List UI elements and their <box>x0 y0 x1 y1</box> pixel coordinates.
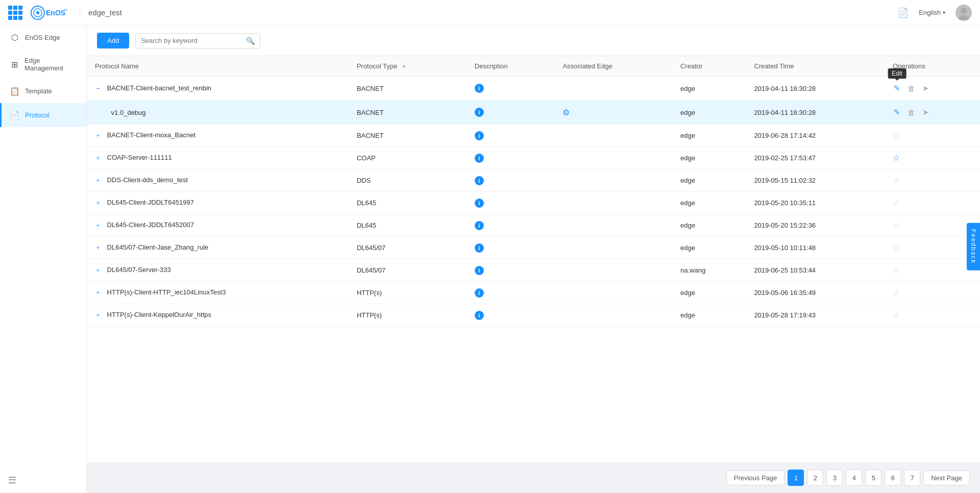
table-row: ＋ HTTP(s)-Client-KeppelOurAir_https HTTP… <box>87 304 980 327</box>
created-time-cell: 2019-05-15 11:02:32 <box>746 169 885 192</box>
expand-icon[interactable]: ＋ <box>95 288 102 297</box>
sidebar-collapse-button[interactable]: ☰ <box>0 467 86 493</box>
previous-page-button[interactable]: Previous Page <box>726 471 785 485</box>
star-icon[interactable]: ☆ <box>893 265 900 275</box>
description-cell: i <box>467 237 555 259</box>
page-4-button[interactable]: 4 <box>846 470 862 486</box>
info-icon[interactable]: i <box>475 176 484 185</box>
edit-button[interactable]: ✎ <box>893 107 901 118</box>
expand-icon[interactable]: ＋ <box>95 131 102 140</box>
info-icon[interactable]: i <box>475 84 484 93</box>
protocol-name-cell: ＋ HTTP(s)-Client-KeppelOurAir_https <box>87 304 349 327</box>
doc-icon[interactable]: 📄 <box>897 7 909 18</box>
associated-edge-icon[interactable]: ⚙ <box>562 108 570 117</box>
pagination: Previous Page 1 2 3 4 5 6 7 Next Page <box>87 462 980 493</box>
expand-icon[interactable]: ＋ <box>95 154 102 162</box>
star-icon[interactable]: ☆ <box>893 153 900 163</box>
sidebar-item-protocol[interactable]: 📄 Protocol <box>0 103 86 127</box>
logo[interactable]: EnOS ™ <box>8 6 71 20</box>
expand-icon[interactable]: ＋ <box>95 221 102 230</box>
operations-cell: Edit ✎ 🗑 ➤ <box>885 77 980 101</box>
associated-edge-cell <box>554 169 672 192</box>
edge-management-icon: ⊞ <box>10 60 19 69</box>
info-icon[interactable]: i <box>475 288 484 298</box>
sidebar: ⬡ EnOS Edge ⊞ Edge Management 📋 Template… <box>0 26 87 493</box>
avatar[interactable] <box>955 5 972 21</box>
apps-icon[interactable] <box>8 6 22 20</box>
expand-icon[interactable]: ＋ <box>95 199 102 207</box>
protocol-name-cell: ＋ DDS-Client-dds_demo_test <box>87 169 349 192</box>
star-icon[interactable]: ☆ <box>893 131 900 140</box>
associated-edge-cell <box>554 282 672 304</box>
page-7-button[interactable]: 7 <box>904 470 920 486</box>
language-selector[interactable]: English ▾ <box>919 9 945 16</box>
star-icon[interactable]: ☆ <box>893 176 900 185</box>
page-2-button[interactable]: 2 <box>807 470 823 486</box>
info-icon[interactable]: i <box>475 154 484 163</box>
associated-edge-cell <box>554 192 672 214</box>
template-icon: 📋 <box>10 86 20 96</box>
enos-logo-image: EnOS ™ <box>31 6 71 20</box>
page-1-button[interactable]: 1 <box>788 470 804 486</box>
next-page-button[interactable]: Next Page <box>923 471 970 485</box>
protocol-type-cell: BACNET <box>349 125 467 147</box>
creator-cell: edge <box>672 169 746 192</box>
star-icon[interactable]: ☆ <box>893 220 900 230</box>
publish-button[interactable]: ➤ <box>921 83 930 94</box>
star-icon[interactable]: ☆ <box>893 243 900 253</box>
protocol-type-cell: DL645 <box>349 192 467 214</box>
page-6-button[interactable]: 6 <box>885 470 901 486</box>
created-time-cell: 2019-04-11 16:30:28 <box>746 77 885 101</box>
associated-edge-cell: ⚙ <box>554 101 672 125</box>
protocol-name-cell: ＋ COAP-Server-111111 <box>87 147 349 169</box>
info-icon[interactable]: i <box>475 131 484 140</box>
add-button[interactable]: Add <box>97 33 129 48</box>
sidebar-item-edge-management[interactable]: ⊞ Edge Management <box>0 50 86 79</box>
search-input[interactable] <box>141 37 243 44</box>
sidebar-item-enos-edge[interactable]: ⬡ EnOS Edge <box>0 26 86 50</box>
col-creator: Creator <box>672 56 746 77</box>
star-icon[interactable]: ☆ <box>893 310 900 320</box>
page-5-button[interactable]: 5 <box>865 470 881 486</box>
description-cell: i <box>467 259 555 282</box>
info-icon[interactable]: i <box>475 243 484 253</box>
delete-button[interactable]: 🗑 <box>906 107 916 118</box>
info-icon[interactable]: i <box>475 311 484 320</box>
info-icon[interactable]: i <box>475 108 484 117</box>
operations-cell: ☆ <box>885 304 980 327</box>
chevron-down-icon: ▾ <box>943 10 945 15</box>
description-cell: i <box>467 169 555 192</box>
svg-point-2 <box>36 11 39 14</box>
info-icon[interactable]: i <box>475 199 484 208</box>
feedback-tab[interactable]: Feedback <box>967 223 980 270</box>
page-3-button[interactable]: 3 <box>826 470 843 486</box>
expand-icon[interactable]: ＋ <box>95 266 102 275</box>
info-icon[interactable]: i <box>475 221 484 230</box>
created-time-cell: 2019-06-28 17:14:42 <box>746 125 885 147</box>
star-icon[interactable]: ☆ <box>893 288 900 298</box>
col-protocol-name: Protocol Name <box>87 56 349 77</box>
sidebar-item-label: Template <box>25 87 52 95</box>
search-box[interactable]: 🔍 <box>135 33 260 48</box>
edit-button[interactable]: ✎ <box>893 83 901 94</box>
expand-icon[interactable]: ＋ <box>95 243 102 252</box>
publish-button[interactable]: ➤ <box>921 107 930 118</box>
info-icon[interactable]: i <box>475 266 484 275</box>
delete-button[interactable]: 🗑 <box>906 83 916 94</box>
operations-cell: ☆ <box>885 214 980 237</box>
associated-edge-cell <box>554 237 672 259</box>
collapse-icon[interactable]: － <box>95 84 102 93</box>
table-row: ＋ COAP-Server-111111 COAP i edge 2019-02… <box>87 147 980 169</box>
expand-icon[interactable]: ＋ <box>95 311 102 319</box>
creator-cell: edge <box>672 192 746 214</box>
table-row: ＋ DL645/07-Server-333 DL645/07 i na.wang… <box>87 259 980 282</box>
creator-cell: edge <box>672 77 746 101</box>
protocol-type-cell: BACNET <box>349 101 467 125</box>
star-icon[interactable]: ☆ <box>893 198 900 208</box>
protocol-type-cell: BACNET <box>349 77 467 101</box>
operations-cell: ☆ <box>885 125 980 147</box>
filter-icon[interactable]: ▼ <box>401 63 407 69</box>
sidebar-item-template[interactable]: 📋 Template <box>0 79 86 103</box>
table-row: ＋ BACNET-Client-moxa_Bacnet BACNET i edg… <box>87 125 980 147</box>
expand-icon[interactable]: ＋ <box>95 176 102 185</box>
